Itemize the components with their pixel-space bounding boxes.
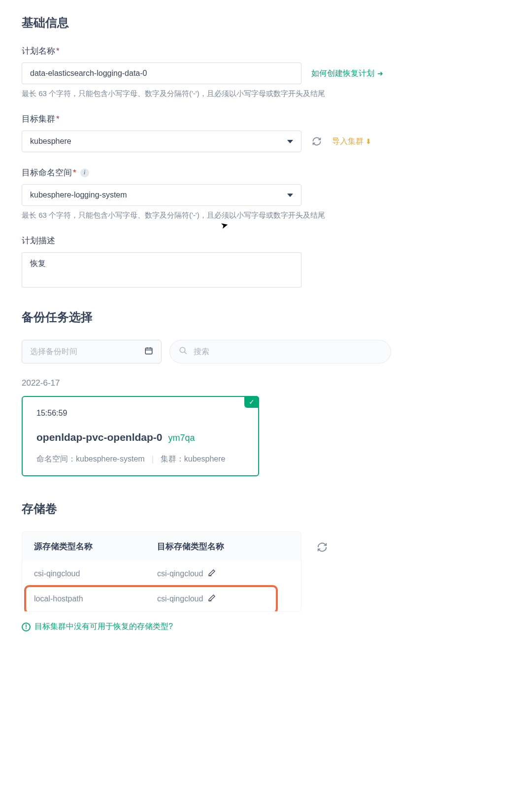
plan-name-input[interactable] [22,63,301,84]
section-backup-task-title: 备份任务选择 [22,309,510,325]
storage-source-cell: local-hostpath [34,594,157,603]
target-cluster-label: 目标集群* [22,113,510,125]
storage-controls: 源存储类型名称 目标存储类型名称 csi-qingcloud csi-qingc… [22,531,510,612]
cursor-pointer-icon: ➤ [219,219,229,231]
storage-header-source: 源存储类型名称 [34,541,157,552]
chevron-down-icon [287,194,293,197]
how-to-create-link[interactable]: 如何创建恢复计划 ➜ [311,68,383,79]
plan-desc-textarea[interactable]: 恢复 [22,252,301,288]
backup-card-time: 15:56:59 [36,409,244,418]
plan-name-label: 计划名称* [22,45,510,57]
storage-source-cell: csi-qingcloud [34,569,157,578]
svg-rect-0 [145,348,152,354]
chevron-down-icon [287,140,293,143]
target-namespace-label: 目标命名空间* i [22,167,510,178]
backup-search-box[interactable] [169,340,391,363]
target-namespace-select[interactable]: kubesphere-logging-system [22,184,301,206]
calendar-icon [144,346,153,357]
refresh-cluster-icon[interactable] [311,136,322,147]
table-row: local-hostpath csi-qingcloud [22,586,301,611]
section-storage-title: 存储卷 [22,501,510,517]
required-indicator: * [73,168,76,178]
backup-date-group: 2022-6-17 [22,378,510,388]
external-arrow-icon: ➜ [377,69,383,77]
edit-icon[interactable] [208,569,216,578]
backup-card-tag: ym7qa [168,433,195,443]
required-indicator: * [56,114,60,124]
section-basic-info-title: 基础信息 [22,15,510,31]
storage-header-target: 目标存储类型名称 [157,541,289,552]
svg-line-5 [184,352,187,354]
download-icon: ⬇ [366,137,371,145]
storage-table: 源存储类型名称 目标存储类型名称 csi-qingcloud csi-qingc… [22,531,301,612]
storage-target-cell: csi-qingcloud [157,594,203,603]
table-row: csi-qingcloud csi-qingcloud [22,561,301,586]
svg-point-4 [180,347,185,353]
storage-target-cell: csi-qingcloud [157,569,203,578]
warning-icon: ! [22,623,31,631]
backup-search-input[interactable] [194,347,382,356]
meta-divider: | [152,455,154,464]
form-group-plan-name: 计划名称* 如何创建恢复计划 ➜ 最长 63 个字符，只能包含小写字母、数字及分… [22,45,510,99]
backup-card-meta: 命名空间：kubesphere-system | 集群：kubesphere [36,454,244,464]
backup-card-name: openldap-pvc-openldap-0 [36,431,163,443]
form-group-plan-desc: 计划描述 恢复 [22,235,510,290]
info-icon[interactable]: i [80,168,89,177]
backup-date-picker[interactable]: 选择备份时间 [22,340,162,363]
plan-name-hint: 最长 63 个字符，只能包含小写字母、数字及分隔符('-')，且必须以小写字母或… [22,89,510,99]
backup-task-card[interactable]: ✓ 15:56:59 openldap-pvc-openldap-0 ym7qa… [22,396,259,476]
form-group-target-cluster: 目标集群* kubesphere 导入集群 ⬇ [22,113,510,152]
import-cluster-link[interactable]: 导入集群 ⬇ [332,136,371,147]
storage-table-header: 源存储类型名称 目标存储类型名称 [22,532,301,561]
target-namespace-hint: 最长 63 个字符，只能包含小写字母、数字及分隔符('-')，且必须以小写字母或… [22,211,510,220]
edit-icon[interactable] [208,594,216,603]
backup-filter-row: 选择备份时间 [22,340,510,363]
refresh-storage-button[interactable] [313,538,331,556]
check-icon: ✓ [244,396,259,408]
search-icon [179,346,188,358]
required-indicator: * [56,46,60,56]
form-group-target-namespace: 目标命名空间* i kubesphere-logging-system 最长 6… [22,167,510,220]
plan-desc-label: 计划描述 [22,235,510,246]
storage-warning-link[interactable]: ! 目标集群中没有可用于恢复的存储类型? [22,622,510,632]
target-cluster-select[interactable]: kubesphere [22,131,301,152]
